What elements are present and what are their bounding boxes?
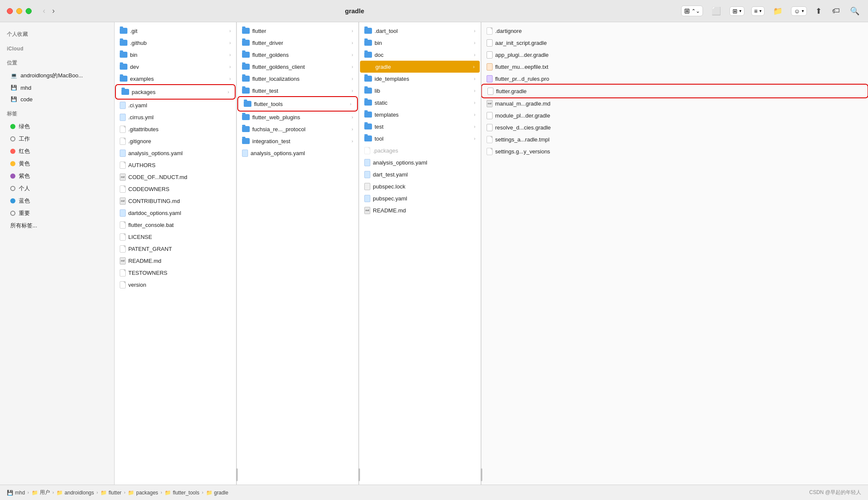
list-item[interactable]: settings_a...radle.tmpl bbox=[481, 133, 868, 145]
list-item[interactable]: analysis_options.yaml bbox=[237, 147, 358, 159]
list-item[interactable]: flutter_console.bat bbox=[115, 219, 236, 231]
list-item[interactable]: LICENSE bbox=[115, 231, 236, 243]
list-item[interactable]: .gitattributes bbox=[115, 123, 236, 135]
close-button[interactable] bbox=[7, 8, 13, 14]
list-item[interactable]: aar_init_script.gradle bbox=[481, 37, 868, 49]
list-item[interactable]: pubspec.yaml bbox=[359, 192, 481, 204]
list-item[interactable]: .packages bbox=[359, 144, 481, 156]
search-icon[interactable]: 🔍 bbox=[848, 5, 861, 18]
list-item[interactable]: app_plugi...der.gradle bbox=[481, 49, 868, 61]
list-item[interactable]: dartdoc_options.yaml bbox=[115, 207, 236, 219]
face-group[interactable]: ☺ ▾ bbox=[791, 6, 807, 16]
list-item[interactable]: bin › bbox=[359, 37, 481, 49]
sidebar-item-yellow[interactable]: 黄色 bbox=[3, 158, 111, 170]
list-item[interactable]: .gitignore bbox=[115, 135, 236, 147]
list-item[interactable]: .github › bbox=[115, 37, 236, 49]
list-view-group[interactable]: ≡ ▾ bbox=[751, 6, 765, 16]
sidebar-item-red[interactable]: 红色 bbox=[3, 145, 111, 157]
list-item[interactable]: flutter_test › bbox=[237, 85, 358, 97]
grid-view-group[interactable]: ⊞ ▾ bbox=[729, 6, 744, 16]
list-item[interactable]: CODEOWNERS bbox=[115, 183, 236, 195]
list-chevron-icon[interactable]: ▾ bbox=[759, 9, 762, 13]
list-item[interactable]: version bbox=[115, 279, 236, 291]
file-name: flutter bbox=[252, 28, 349, 34]
status-chevron-1: › bbox=[27, 490, 29, 495]
folder-icon bbox=[364, 76, 372, 82]
list-item[interactable]: flutter_localizations › bbox=[237, 73, 358, 85]
list-item[interactable]: ide_templates › bbox=[359, 73, 481, 85]
minimize-button[interactable] bbox=[16, 8, 22, 14]
chevron-up-down-icon[interactable]: ⌃⌄ bbox=[691, 8, 700, 14]
list-item[interactable]: md README.md bbox=[359, 204, 481, 216]
list-item[interactable]: flutter_web_plugins › bbox=[237, 111, 358, 123]
list-item[interactable]: .git › bbox=[115, 25, 236, 37]
list-item[interactable]: resolve_d...cies.gradle bbox=[481, 121, 868, 133]
sidebar-item-code[interactable]: 💾 code bbox=[3, 94, 111, 105]
list-item[interactable]: module_pl...der.gradle bbox=[481, 109, 868, 121]
grid-chevron-icon[interactable]: ▾ bbox=[739, 9, 741, 13]
list-item[interactable]: .ci.yaml bbox=[115, 99, 236, 111]
list-item[interactable]: tool › bbox=[359, 132, 481, 144]
list-item[interactable]: doc › bbox=[359, 49, 481, 61]
sidebar-item-blue[interactable]: 蓝色 bbox=[3, 195, 111, 207]
column-view-icon[interactable]: ⊞ bbox=[684, 7, 690, 15]
list-item[interactable]: dart_test.yaml bbox=[359, 168, 481, 180]
blue-dot bbox=[10, 198, 15, 203]
sidebar-item-work[interactable]: 工作 bbox=[3, 133, 111, 145]
list-item[interactable]: .cirrus.yml bbox=[115, 111, 236, 123]
list-item[interactable]: pubspec.lock bbox=[359, 180, 481, 192]
list-item[interactable]: lib › bbox=[359, 85, 481, 97]
list-item[interactable]: md CONTRIBUTING.md bbox=[115, 195, 236, 207]
sidebar-item-mhd[interactable]: 💾 mhd bbox=[3, 82, 111, 93]
gradle-folder-item[interactable]: gradle › bbox=[360, 61, 480, 73]
list-item[interactable]: test › bbox=[359, 121, 481, 132]
list-item[interactable]: dev › bbox=[115, 61, 236, 73]
grid-icon[interactable]: ⊞ bbox=[732, 8, 738, 15]
list-item[interactable]: flutter › bbox=[237, 25, 358, 37]
list-item[interactable]: examples › bbox=[115, 73, 236, 85]
list-item[interactable]: .dart_tool › bbox=[359, 25, 481, 37]
file-name: .gitignore bbox=[128, 138, 231, 144]
list-item[interactable]: md CODE_OF...NDUCT.md bbox=[115, 171, 236, 183]
list-item[interactable]: flutter_driver › bbox=[237, 37, 358, 49]
list-item[interactable]: integration_test › bbox=[237, 135, 358, 147]
list-item[interactable]: md manual_m...gradle.md bbox=[481, 97, 868, 109]
tag-icon[interactable]: 🏷 bbox=[830, 5, 841, 17]
folder-icon bbox=[364, 28, 372, 34]
list-item[interactable]: AUTHORS bbox=[115, 159, 236, 171]
sidebar-item-green[interactable]: 绿色 bbox=[3, 121, 111, 132]
list-item[interactable]: analysis_options.yaml bbox=[115, 147, 236, 159]
sidebar-item-personal[interactable]: 个人 bbox=[3, 182, 111, 194]
list-item[interactable]: bin › bbox=[115, 49, 236, 61]
display-icon[interactable]: ⬜ bbox=[710, 5, 723, 18]
list-item[interactable]: .dartignore bbox=[481, 25, 868, 37]
packages-folder-item[interactable]: packages › bbox=[116, 85, 234, 98]
list-item[interactable]: flutter_mu...eepfile.txt bbox=[481, 61, 868, 73]
file-name: module_pl...der.gradle bbox=[495, 112, 863, 119]
sidebar-item-macbook[interactable]: 💻 androidlongs的MacBoo... bbox=[3, 70, 111, 82]
list-item[interactable]: analysis_options.yaml bbox=[359, 156, 481, 168]
list-icon[interactable]: ≡ bbox=[754, 8, 758, 15]
sidebar: 个人收藏 iCloud 位置 💻 androidlongs的MacBoo... … bbox=[0, 22, 115, 485]
list-item[interactable]: flutter_pr...d_rules.pro bbox=[481, 73, 868, 85]
face-chevron-icon[interactable]: ▾ bbox=[802, 9, 804, 13]
list-item[interactable]: templates › bbox=[359, 109, 481, 121]
share-icon[interactable]: ⬆ bbox=[814, 5, 824, 18]
sidebar-item-important[interactable]: 重要 bbox=[3, 207, 111, 219]
flutter-gradle-item[interactable]: flutter.gradle bbox=[482, 85, 867, 97]
list-item[interactable]: fuchsia_re..._protocol › bbox=[237, 123, 358, 135]
view-toggle-group[interactable]: ⊞ ⌃⌄ bbox=[681, 6, 703, 16]
list-item[interactable]: TESTOWNERS bbox=[115, 267, 236, 279]
list-item[interactable]: flutter_goldens_client › bbox=[237, 61, 358, 73]
list-item[interactable]: md README.md bbox=[115, 255, 236, 267]
file-icon bbox=[120, 269, 126, 276]
flutter-tools-folder-item[interactable]: flutter_tools › bbox=[239, 97, 357, 110]
list-item[interactable]: PATENT_GRANT bbox=[115, 243, 236, 255]
face-icon[interactable]: ☺ bbox=[794, 8, 800, 15]
list-item[interactable]: static › bbox=[359, 97, 481, 109]
sidebar-item-purple[interactable]: 紫色 bbox=[3, 170, 111, 182]
sidebar-item-all-tags[interactable]: 所有标签... bbox=[3, 220, 111, 232]
folder-add-icon[interactable]: 📁 bbox=[771, 5, 784, 18]
list-item[interactable]: flutter_goldens › bbox=[237, 49, 358, 61]
list-item[interactable]: settings.g...y_versions bbox=[481, 145, 868, 157]
